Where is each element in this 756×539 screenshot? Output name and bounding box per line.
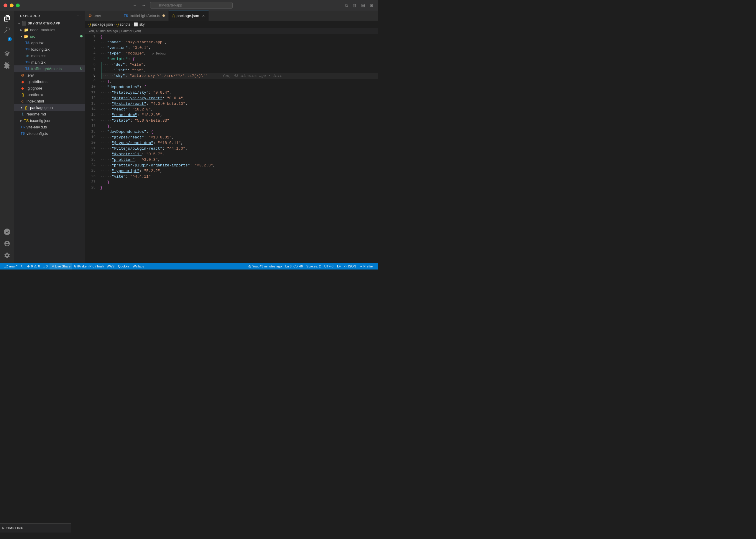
tree-item-vite-env[interactable]: TS vite-env.d.ts (14, 124, 85, 130)
tree-root[interactable]: ▾ ⬛ SKY-STARTER-APP (14, 20, 85, 27)
code-lines: { ···"name": "sky-starter-app", ···"vers… (99, 34, 378, 263)
tree-item-gitignore[interactable]: ◆ .gitignore (14, 85, 85, 91)
editor-layout-button[interactable]: ▥ (351, 2, 358, 8)
tree-item-main-tsx[interactable]: TS main.tsx (14, 59, 85, 65)
forward-button[interactable]: → (140, 2, 148, 8)
status-wallaby[interactable]: Wallaby (131, 263, 146, 270)
liveshare-label: Live Share (55, 265, 71, 268)
new-file-button[interactable]: ⋯ (76, 13, 81, 19)
tree-item-gitattributes[interactable]: ◆ .gitattributes (14, 78, 85, 85)
code-line-6: ·····"dev": "vite", (101, 62, 378, 67)
status-branch[interactable]: ⎇ main* (2, 263, 19, 270)
collapse-arrow-icon: ▾ (17, 22, 21, 25)
status-aws[interactable]: AWS (106, 263, 117, 270)
gear-icon: ⚙ (20, 73, 25, 77)
code-line-10: ···"dependencies": { (100, 84, 378, 90)
maximize-button[interactable] (16, 4, 20, 7)
status-quokka[interactable]: Quokka (116, 263, 131, 270)
customize-layout-button[interactable]: ⊞ (369, 2, 374, 8)
code-line-3: ···"version": "0.0.1", (100, 45, 378, 51)
minimize-button[interactable] (10, 4, 14, 7)
activity-explorer[interactable] (2, 13, 12, 24)
code-line-21: ·····"@vitejs/plugin-react": "^4.1.0", (100, 146, 378, 151)
tab-package-json[interactable]: {} package.json ✕ (169, 11, 209, 21)
status-gitkraken[interactable]: GitKraken Pro (Trial) (72, 263, 105, 270)
app-tsx-label: app.tsx (31, 40, 85, 45)
titlebar-nav: ← → (131, 2, 148, 8)
code-editor[interactable]: 1 2 3 4 5 6 7 8 9 10 11 12 13 14 15 16 1 (85, 34, 378, 263)
line-num-4: 4 (87, 51, 96, 56)
panel-layout-button[interactable]: ▤ (360, 2, 366, 8)
src-label: src (30, 34, 80, 38)
tab-bar: ⚙ .env TS trafficLightActor.ts {} packag… (85, 11, 378, 21)
line-num-5: 5 (87, 56, 96, 62)
status-errors[interactable]: ⊗ 0 ⚠ 0 (25, 263, 42, 270)
back-button[interactable]: ← (131, 2, 139, 8)
status-language[interactable]: {} JSON (342, 263, 358, 270)
sidebar-header: EXPLORER ⋯ (14, 11, 85, 20)
status-spaces[interactable]: Spaces: 2 (305, 263, 323, 270)
status-blame-right[interactable]: ◷ You, 43 minutes ago (246, 263, 284, 270)
line-num-18: 18 (87, 129, 96, 135)
activity-settings[interactable] (2, 250, 12, 261)
close-button[interactable] (4, 4, 7, 7)
main-layout: 2 EXPLORER ⋯ (0, 11, 378, 263)
blame-right-text: You, 43 minutes ago (252, 265, 282, 268)
code-line-23: ·····"prettier": "^3.0.3", (100, 157, 378, 163)
breadcrumb-sky[interactable]: sky (139, 22, 144, 27)
wallaby-label: Wallaby (133, 265, 144, 268)
activity-remote[interactable] (2, 226, 12, 237)
line-num-12: 12 (87, 96, 96, 101)
tree-item-src[interactable]: ▾ 📂 src (14, 33, 85, 39)
tree-item-env[interactable]: ⚙ .env (14, 72, 85, 78)
ts-file-icon: TS (20, 125, 25, 129)
quokka-label: Quokka (118, 265, 129, 268)
line-num-1: 1 (87, 34, 96, 39)
code-line-13: ·····"@xstate/react": "4.0.0-beta.10", (100, 101, 378, 107)
package-json-label: package.json (30, 106, 85, 110)
status-info[interactable]: ℹ 0 (42, 263, 49, 270)
split-editor-button[interactable]: ⧉ (344, 2, 349, 9)
activity-run-debug[interactable] (2, 48, 12, 59)
tab-env[interactable]: ⚙ .env (85, 11, 120, 21)
activity-extensions[interactable] (2, 60, 12, 71)
status-sync[interactable]: ↻ (19, 263, 25, 270)
code-line-8: ·····"sky": "xstate sky \"./src/**/*.ts?… (101, 73, 378, 79)
tree-item-vite-config[interactable]: TS vite.config.ts (14, 130, 85, 137)
activity-search[interactable] (2, 25, 12, 35)
debug-button[interactable]: ▷ Debug (152, 52, 166, 55)
tree-item-index-html[interactable]: ◇ index.html (14, 98, 85, 104)
breadcrumb-icon-2: {} (117, 22, 119, 27)
tree-item-readme[interactable]: ℹ readme.md (14, 111, 85, 117)
tree-item-traffic-light-actor[interactable]: TS trafficLightActor.ts U (14, 65, 85, 72)
close-tab-icon[interactable]: ✕ (202, 14, 205, 18)
status-prettier[interactable]: ✦ Prettier (358, 263, 376, 270)
main-tsx-label: main.tsx (31, 60, 85, 64)
traffic-light-tab-label: trafficLightActor.ts (130, 14, 160, 18)
tree-item-app-tsx[interactable]: TS app.tsx (14, 39, 85, 46)
json-icon: {} (24, 106, 29, 110)
gitkraken-label: GitKraken Pro (Trial) (74, 265, 104, 268)
tree-item-main-css[interactable]: # main.css (14, 52, 85, 59)
tree-item-package-json[interactable]: ▾ {} package.json (14, 104, 85, 111)
tree-item-tsconfig[interactable]: ▶ TS tsconfig.json (14, 117, 85, 124)
tree-item-loading-tsx[interactable]: TS loading.tsx (14, 46, 85, 52)
readme-label: readme.md (27, 112, 85, 116)
activity-account[interactable] (2, 238, 12, 249)
tree-item-node-modules[interactable]: ▶ 📁 node_modules (14, 27, 85, 33)
breadcrumb-scripts[interactable]: scripts (120, 22, 130, 27)
code-line-20: ·····"@types/react-dom": "^18.0.11", (100, 140, 378, 146)
search-input[interactable] (150, 2, 233, 9)
activity-source-control[interactable]: 2 (2, 37, 12, 47)
json-icon: TS (24, 118, 29, 123)
status-liveshare[interactable]: ↗ Live Share (49, 263, 72, 270)
line-num-8: 8 (87, 73, 96, 79)
line-num-3: 3 (87, 45, 96, 51)
status-position[interactable]: Ln 8, Col 46 (284, 263, 305, 270)
tree-item-prettierrc[interactable]: {} .prettierrc (14, 91, 85, 98)
status-encoding[interactable]: UTF-8 (323, 263, 335, 270)
tab-traffic-light-actor[interactable]: TS trafficLightActor.ts (120, 11, 169, 21)
collapse-arrow-icon: ▾ (19, 106, 24, 109)
breadcrumb-file[interactable]: package.json (92, 22, 113, 27)
status-eol[interactable]: LF (335, 263, 342, 270)
